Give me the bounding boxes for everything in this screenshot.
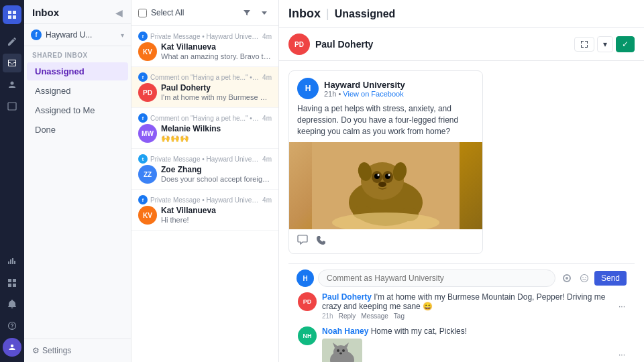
comment-time-paul: 21h — [322, 312, 333, 320]
conv-time: 4m — [262, 196, 272, 204]
conv-content: Paul Doherty I'm at home with my Burmese… — [161, 83, 272, 101]
conv-body: KV Kat Villanueva Hi there! — [138, 206, 272, 225]
fb-message-icon: f — [138, 32, 148, 41]
nav-notifications[interactable] — [3, 295, 21, 314]
avatar-initials: KV — [138, 42, 157, 61]
account-dropdown-icon[interactable]: ▾ — [121, 32, 124, 39]
reply-link-paul[interactable]: Reply — [339, 312, 356, 320]
conv-content: Kat Villanueva What an amazing story. Br… — [161, 42, 272, 60]
comment-actions-paul: 21h Reply Message Tag — [322, 312, 613, 320]
message-link-paul[interactable]: Message — [361, 312, 388, 320]
sidebar-header: Inbox ◀ — [24, 0, 131, 24]
comment-more-paul[interactable]: ··· — [619, 292, 625, 320]
conv-name: Zoe Zhang — [161, 165, 272, 174]
svg-point-3 — [11, 345, 13, 347]
conv-meta-text: Private Message • Hayward University — [150, 33, 260, 40]
conv-meta: f Comment on "Having a pet he..." • Hayw… — [138, 113, 272, 123]
fb-page-avatar: H — [297, 78, 319, 99]
fb-post-header: H Hayward University 21h • View on Faceb… — [289, 71, 482, 103]
select-all-checkbox[interactable] — [138, 9, 147, 17]
comment-more-noah[interactable]: ··· — [619, 326, 625, 362]
settings-link[interactable]: ⚙ Settings — [32, 346, 123, 355]
conv-time: 4m — [262, 33, 272, 40]
conv-list-header: Select All — [131, 0, 278, 26]
conv-name: Melanie Wilkins — [161, 124, 272, 133]
conv-body: ZZ Zoe Zhang Does your school accept for… — [138, 165, 272, 184]
svg-point-13 — [378, 182, 386, 187]
conv-list-actions — [239, 5, 272, 20]
svg-point-11 — [378, 174, 380, 176]
sidebar-account-name: Hayward U... — [46, 30, 117, 40]
sidebar-item-done[interactable]: Done — [27, 121, 128, 139]
main-content: Inbox | Unassigned PD Paul Doherty ▾ ✓ H… — [279, 0, 644, 362]
nav-compose[interactable] — [3, 32, 21, 51]
sidebar-item-assigned[interactable]: Assigned — [27, 82, 128, 100]
nav-inbox[interactable] — [3, 54, 21, 72]
contact-name: Paul Doherty — [315, 39, 569, 50]
send-btn[interactable]: Send — [594, 271, 627, 286]
fb-page-name: Hayward University — [324, 80, 474, 90]
conv-item-kat-1[interactable]: f Private Message • Hayward University 4… — [131, 26, 278, 67]
sidebar-item-unassigned[interactable]: Unassigned — [27, 62, 128, 80]
avatar-initials: KV — [138, 206, 157, 225]
mention-btn[interactable] — [559, 271, 574, 286]
conv-item-kat-2[interactable]: f Private Message • Hayward University 4… — [131, 190, 278, 231]
conv-name: Kat Villanueva — [161, 206, 272, 215]
svg-point-19 — [580, 275, 588, 282]
emoji-btn[interactable] — [577, 271, 592, 286]
fb-post-time: 21h • View on Facebook — [324, 90, 474, 98]
user-avatar[interactable] — [3, 338, 21, 357]
reply-area: H Send — [288, 263, 635, 292]
dropdown-btn[interactable]: ▾ — [597, 36, 613, 52]
sort-btn[interactable] — [257, 5, 272, 20]
conv-meta: f Private Message • Hayward University 4… — [138, 195, 272, 204]
nav-grid[interactable] — [3, 274, 21, 292]
comment-icon[interactable] — [297, 235, 308, 248]
fb-comment-icon: f — [138, 72, 148, 82]
conv-name: Kat Villanueva — [161, 42, 272, 52]
avatar-initials: PD — [138, 83, 157, 102]
conv-preview: Does your school accept foreign national… — [161, 175, 272, 183]
sidebar-collapse-btn[interactable]: ◀ — [115, 7, 123, 18]
conv-meta: f Comment on "Having a pet he..." • Hayw… — [138, 72, 272, 82]
fb-comment-icon: f — [138, 113, 148, 123]
conv-avatar: ZZ — [138, 165, 157, 184]
twitter-message-icon: t — [138, 154, 148, 164]
nav-contacts[interactable] — [3, 75, 21, 94]
conv-body: PD Paul Doherty I'm at home with my Burm… — [138, 83, 272, 102]
conv-item-paul[interactable]: f Comment on "Having a pet he..." • Hayw… — [131, 67, 278, 108]
conversation-list: Select All f Private Message • Hayward U… — [131, 0, 279, 362]
nav-calendar[interactable] — [3, 97, 21, 115]
sidebar-account[interactable]: f Hayward U... ▾ — [24, 24, 131, 46]
svg-point-12 — [388, 174, 390, 176]
sidebar-item-assigned-to-me[interactable]: Assigned to Me — [27, 101, 128, 119]
svg-point-21 — [585, 278, 586, 279]
conv-meta-text: Comment on "Having a pet he..." • Haywar… — [150, 74, 260, 81]
app-logo — [3, 5, 21, 24]
nav-help[interactable] — [3, 316, 21, 335]
post-image — [289, 142, 482, 229]
resolve-btn[interactable]: ✓ — [616, 36, 635, 52]
comment-author-paul: Paul Doherty — [322, 292, 372, 302]
filter-btn[interactable] — [239, 5, 254, 20]
sidebar-section-label: SHARED INBOX — [24, 46, 131, 62]
reply-input-actions: Send — [559, 271, 627, 286]
fb-post-card: H Hayward University 21h • View on Faceb… — [288, 70, 483, 254]
conv-meta-text: Private Message • Hayward University — [150, 196, 260, 204]
conv-item-zoe[interactable]: t Private Message • Hayward University 4… — [131, 149, 278, 190]
avatar-initials: ZZ — [138, 165, 157, 184]
expand-btn[interactable] — [574, 37, 594, 52]
reply-input[interactable] — [318, 269, 555, 287]
tag-link-paul[interactable]: Tag — [394, 312, 405, 320]
conv-avatar: PD — [138, 83, 157, 102]
conv-preview: What an amazing story. Bravo to all invo… — [161, 52, 272, 60]
conv-preview: 🙌🙌🙌 — [161, 134, 272, 143]
comment-author-noah: Noah Haney — [322, 326, 368, 336]
main-header-page-title: Unassigned — [335, 8, 396, 20]
conv-item-melanie[interactable]: f Comment on "Having a pet he..." • Hayw… — [131, 108, 278, 149]
select-all-label: Select All — [151, 8, 235, 17]
fb-icon: f — [31, 29, 42, 40]
avatar-initials: MW — [138, 124, 157, 143]
nav-analytics[interactable] — [3, 252, 21, 271]
phone-icon[interactable] — [316, 235, 327, 248]
